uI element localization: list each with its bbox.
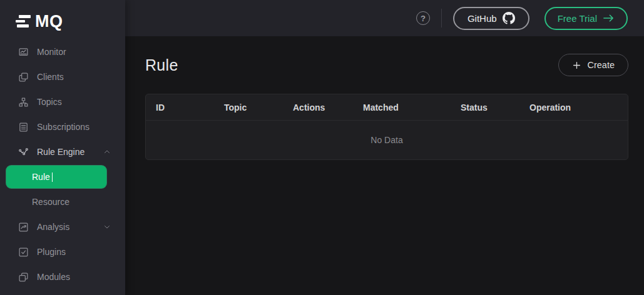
sidebar-item-label: Rule Engine — [37, 147, 84, 157]
arrow-right-icon — [603, 14, 615, 22]
submenu-item-label: Rule — [32, 172, 50, 182]
sidebar: MQ Monitor Clients Topics — [0, 0, 125, 295]
topics-icon — [18, 97, 29, 108]
sidebar-item-topics[interactable]: Topics — [0, 89, 125, 114]
submenu-item-rule[interactable]: Rule — [6, 166, 106, 188]
rules-table: ID Topic Actions Matched Status Operatio… — [145, 94, 628, 160]
emq-logo[interactable]: MQ — [0, 0, 125, 31]
analysis-icon — [18, 222, 29, 232]
sidebar-item-label: Plugins — [37, 247, 66, 257]
create-button-label: Create — [587, 60, 615, 70]
sidebar-item-clients[interactable]: Clients — [0, 64, 125, 89]
plugins-icon — [18, 247, 29, 258]
emq-logo-bars-icon — [16, 15, 31, 28]
chevron-up-icon — [103, 148, 111, 156]
column-header-id: ID — [146, 102, 214, 112]
column-header-matched: Matched — [353, 102, 451, 112]
app-root: MQ Monitor Clients Topics — [0, 0, 644, 295]
sidebar-item-modules[interactable]: Modules — [0, 264, 125, 289]
github-button-label: GitHub — [468, 13, 497, 24]
topbar: ? GitHub Free Trial — [125, 0, 644, 36]
create-button[interactable]: Create — [558, 54, 628, 76]
sidebar-nav: Monitor Clients Topics Subscriptions — [0, 39, 125, 289]
column-header-status: Status — [451, 102, 519, 112]
column-header-operation: Operation — [519, 102, 628, 112]
text-caret — [52, 172, 53, 182]
chevron-down-icon — [103, 223, 111, 231]
help-icon[interactable]: ? — [416, 11, 430, 25]
modules-icon — [18, 272, 29, 282]
rule-engine-submenu: Rule Resource — [0, 166, 125, 214]
sidebar-item-label: Analysis — [37, 222, 69, 232]
sidebar-item-label: Clients — [37, 72, 64, 82]
sidebar-item-label: Modules — [37, 272, 70, 282]
table-body: No Data — [146, 121, 628, 159]
page-content: Rule Create ID Topic Actions Matched Sta… — [125, 36, 644, 295]
sidebar-item-monitor[interactable]: Monitor — [0, 39, 125, 64]
github-button[interactable]: GitHub — [453, 7, 529, 30]
sidebar-item-label: Subscriptions — [37, 122, 89, 132]
sidebar-item-rule-engine[interactable]: Rule Engine — [0, 139, 125, 164]
subscriptions-icon — [18, 122, 29, 132]
emq-logo-text: MQ — [35, 13, 63, 30]
sidebar-item-subscriptions[interactable]: Subscriptions — [0, 114, 125, 139]
sidebar-item-analysis[interactable]: Analysis — [0, 214, 125, 239]
submenu-item-resource[interactable]: Resource — [0, 189, 125, 214]
sidebar-item-plugins[interactable]: Plugins — [0, 239, 125, 264]
sidebar-item-label: Topics — [37, 97, 62, 107]
plus-icon — [572, 61, 581, 70]
column-header-actions: Actions — [283, 102, 353, 112]
monitor-icon — [18, 47, 29, 58]
page-header: Rule Create — [145, 54, 628, 76]
free-trial-button-label: Free Trial — [558, 13, 597, 24]
sidebar-item-label: Monitor — [37, 47, 66, 57]
main-area: ? GitHub Free Trial Rule Create — [125, 0, 644, 295]
rule-engine-icon — [18, 147, 29, 158]
table-header-row: ID Topic Actions Matched Status Operatio… — [146, 94, 628, 121]
topbar-divider — [441, 9, 442, 28]
page-title: Rule — [145, 56, 178, 74]
free-trial-button[interactable]: Free Trial — [544, 7, 628, 30]
column-header-topic: Topic — [214, 102, 283, 112]
empty-state-text: No Data — [371, 135, 402, 145]
clients-icon — [18, 72, 29, 82]
github-octocat-icon — [503, 12, 515, 24]
submenu-item-label: Resource — [32, 197, 69, 207]
